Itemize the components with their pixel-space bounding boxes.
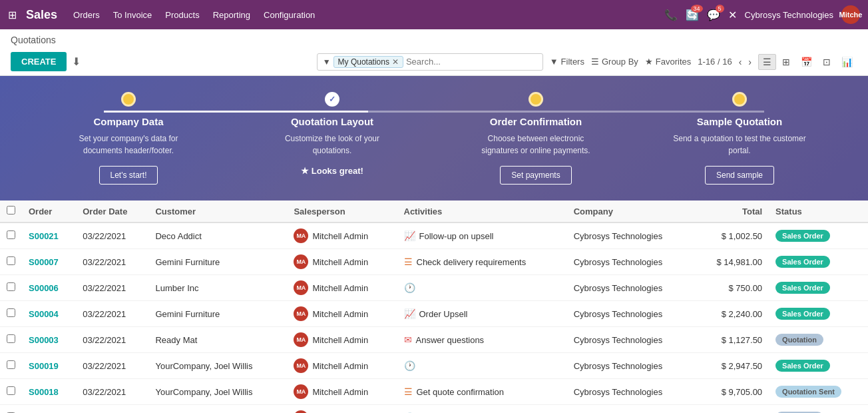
customer-cell: YourCompany, Joel Willis xyxy=(148,379,287,405)
activity-icon: ✉ xyxy=(404,334,412,345)
step-dot-1 xyxy=(121,92,136,107)
banner-progress-bar xyxy=(104,111,763,113)
activity-label: Check delivery requirements xyxy=(417,257,527,267)
filter-tag-close[interactable]: ✕ xyxy=(392,57,399,67)
next-page-button[interactable]: › xyxy=(748,57,752,67)
step-1-desc: Set your company's data for documents he… xyxy=(62,133,195,157)
activity-badge: 34 xyxy=(691,5,703,13)
salesperson-cell: MA Mitchell Admin xyxy=(287,222,397,249)
activity-icon: ☰ xyxy=(404,386,413,397)
company-cell: Cybrosys Technologies xyxy=(567,275,695,301)
row-checkbox-cell xyxy=(0,301,22,327)
col-customer: Customer xyxy=(148,201,287,222)
settings-icon[interactable]: ✕ xyxy=(728,9,737,21)
search-bar: ▼ My Quotations ✕ xyxy=(317,53,543,71)
status-badge: Quotation Sent xyxy=(775,386,841,398)
download-button[interactable]: ⬇ xyxy=(72,55,81,68)
table-row: S00002 03/22/2021 Ready Mat MA Mitchell … xyxy=(0,405,868,414)
status-badge: Sales Order xyxy=(775,256,830,268)
quotations-table: Order Order Date Customer Salesperson Ac… xyxy=(0,201,868,413)
order-link[interactable]: S00004 xyxy=(29,309,59,319)
pivot-view-button[interactable]: ⊡ xyxy=(818,54,835,70)
row-checkbox[interactable] xyxy=(7,360,15,369)
nav-orders[interactable]: Orders xyxy=(73,7,100,23)
order-link[interactable]: S00003 xyxy=(29,335,59,345)
row-checkbox-cell xyxy=(0,249,22,275)
salesperson-name: Mitchell Admin xyxy=(312,361,368,371)
create-button[interactable]: CREATE xyxy=(11,52,67,71)
status-badge: Sales Order xyxy=(775,230,830,242)
salesperson-name: Mitchell Admin xyxy=(312,231,368,241)
company-cell: Cybrosys Technologies xyxy=(567,405,695,414)
favorites-button[interactable]: ★ Favorites xyxy=(645,57,691,67)
activity-cell: 🕐 xyxy=(397,353,567,379)
grid-icon[interactable]: ⊞ xyxy=(8,9,17,21)
row-checkbox[interactable] xyxy=(7,230,15,239)
order-link[interactable]: S00006 xyxy=(29,283,59,293)
salesperson-cell: MA Mitchell Admin xyxy=(287,327,397,353)
salesperson-name: Mitchell Admin xyxy=(312,283,368,293)
table-row: S00006 03/22/2021 Lumber Inc MA Mitchell… xyxy=(0,275,868,301)
row-checkbox[interactable] xyxy=(7,334,15,343)
filter-tag[interactable]: My Quotations ✕ xyxy=(333,56,403,68)
view-icons: ☰ ⊞ 📅 ⊡ 📊 xyxy=(758,54,857,70)
search-input[interactable] xyxy=(406,57,537,67)
status-cell: Sales Order xyxy=(769,249,868,275)
row-checkbox[interactable] xyxy=(7,282,15,291)
col-company: Company xyxy=(567,201,695,222)
customer-cell: Deco Addict xyxy=(148,222,287,249)
order-date-cell: 03/22/2021 xyxy=(76,275,148,301)
row-checkbox[interactable] xyxy=(7,386,15,395)
avatar[interactable]: Mitche xyxy=(841,5,860,24)
filters-button[interactable]: ▼ Filters xyxy=(550,57,584,67)
activity-icon: 🕐 xyxy=(404,360,415,371)
table-row: S00019 03/22/2021 YourCompany, Joel Will… xyxy=(0,353,868,379)
step-3-button[interactable]: Set payments xyxy=(500,166,571,185)
status-cell: Quotation xyxy=(769,327,868,353)
order-link[interactable]: S00018 xyxy=(29,387,59,397)
nav-products[interactable]: Products xyxy=(165,7,199,23)
prev-page-button[interactable]: ‹ xyxy=(739,57,742,67)
activity-badge-container[interactable]: 🔄 34 xyxy=(686,9,699,21)
step-1-button[interactable]: Let's start! xyxy=(99,166,158,185)
graph-view-button[interactable]: 📊 xyxy=(837,54,857,70)
customer-cell: YourCompany, Joel Willis xyxy=(148,353,287,379)
step-3-desc: Choose between electronic signatures or … xyxy=(469,133,602,157)
company-name: Cybrosys Technologies xyxy=(745,10,833,20)
col-salesperson: Salesperson xyxy=(287,201,397,222)
salesperson-cell: MA Mitchell Admin xyxy=(287,249,397,275)
order-date-cell: 03/22/2021 xyxy=(76,327,148,353)
list-view-button[interactable]: ☰ xyxy=(758,54,776,70)
kanban-view-button[interactable]: ⊞ xyxy=(777,54,795,70)
nav-configuration[interactable]: Configuration xyxy=(264,7,315,23)
activity-cell: ✉ Answer questions xyxy=(397,327,567,353)
star-done-icon: ★ xyxy=(301,166,309,176)
salesperson-cell: MA Mitchell Admin xyxy=(287,301,397,327)
page-title: Quotations xyxy=(11,35,56,45)
row-checkbox[interactable] xyxy=(7,308,15,317)
activity-cell: 📈 Follow-up on upsell xyxy=(397,222,567,249)
select-all-checkbox[interactable] xyxy=(7,206,15,214)
status-cell: Sales Order xyxy=(769,275,868,301)
app-title: Sales xyxy=(26,8,57,22)
total-cell: $ 2,947.50 xyxy=(695,353,769,379)
customer-cell: Lumber Inc xyxy=(148,275,287,301)
message-badge-container[interactable]: 💬 5 xyxy=(707,9,720,21)
row-checkbox[interactable] xyxy=(7,256,15,265)
order-link[interactable]: S00021 xyxy=(29,231,59,241)
order-link[interactable]: S00007 xyxy=(29,257,59,267)
phone-icon[interactable]: 📞 xyxy=(664,9,678,21)
row-checkbox-cell xyxy=(0,353,22,379)
activity-cell: ☰ Check delivery requirements xyxy=(397,249,567,275)
calendar-view-button[interactable]: 📅 xyxy=(796,54,817,70)
order-link[interactable]: S00019 xyxy=(29,361,59,371)
order-id-cell: S00018 xyxy=(22,379,76,405)
activity-icon: 📈 xyxy=(404,230,415,241)
step-2-desc: Customize the look of your quotations. xyxy=(266,133,399,157)
nav-reporting[interactable]: Reporting xyxy=(213,7,250,23)
star-icon: ★ xyxy=(645,57,653,67)
group-by-button[interactable]: ☰ Group By xyxy=(591,57,638,67)
step-4-button[interactable]: Send sample xyxy=(705,166,774,185)
activity-label: Answer questions xyxy=(416,335,485,345)
nav-to-invoice[interactable]: To Invoice xyxy=(113,7,152,23)
